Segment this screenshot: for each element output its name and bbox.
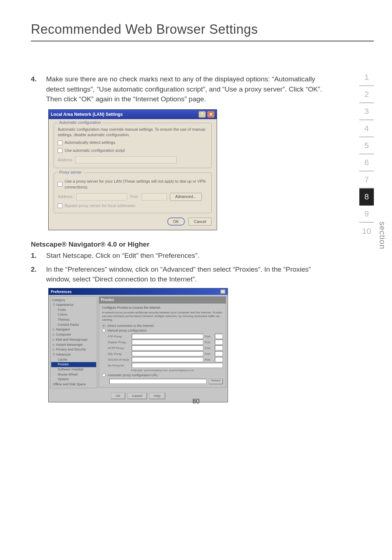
proxy-input[interactable]: [132, 363, 223, 368]
tree-item[interactable]: Offline and Disk Space: [51, 382, 96, 387]
ok-button[interactable]: OK: [167, 218, 185, 226]
use-proxy-checkbox[interactable]: [58, 182, 62, 187]
step-text: Start Netscape. Click on “Edit” then “Pr…: [46, 251, 323, 261]
direct-radio-label: Direct connection to the Internet: [107, 324, 154, 328]
prefs-title: Preferences: [51, 290, 72, 294]
port-input[interactable]: [215, 340, 223, 345]
port-label: Port:: [205, 341, 213, 344]
tree-item[interactable]: Colors: [51, 312, 96, 317]
cancel-button[interactable]: Cancel: [188, 218, 212, 226]
tree-item[interactable]: ▷ Mail and Newsgroups: [51, 337, 96, 342]
port-input[interactable]: [215, 351, 223, 356]
step-ns-2: 2. In the “Preferences” window, click on…: [31, 264, 323, 284]
section-tab-4[interactable]: 4: [359, 120, 374, 137]
auto-detect-checkbox[interactable]: [58, 141, 62, 145]
section-tab-6[interactable]: 6: [359, 154, 374, 171]
section-tab-7[interactable]: 7: [359, 171, 374, 188]
proxy-label: SOCKS v5 Host:: [108, 358, 130, 361]
reload-button[interactable]: Reload: [209, 378, 223, 384]
autoconfig-desc: Automatic configuration may override man…: [58, 127, 208, 138]
proxy-label: HTTP Proxy:: [108, 346, 130, 350]
direct-radio[interactable]: [102, 324, 106, 328]
proxy-input[interactable]: [132, 351, 203, 356]
category-label: Category: [51, 297, 96, 303]
proxy-port-label: Port:: [130, 194, 138, 199]
proxy-label: No Proxy for:: [108, 364, 130, 367]
proxy-address-label: Address:: [58, 194, 73, 199]
port-input[interactable]: [215, 334, 223, 339]
page-number: 80: [0, 398, 392, 405]
tree-item[interactable]: ▷ Navigator: [51, 327, 96, 332]
section-tab-5[interactable]: 5: [359, 137, 374, 154]
step-text: In the “Preferences” window, click on “A…: [46, 264, 323, 284]
step-4: 4. Make sure there are no check marks ne…: [31, 74, 323, 104]
section-tab-8[interactable]: 8: [359, 188, 374, 206]
dialog-title: Local Area Network (LAN) Settings: [51, 112, 123, 117]
tree-item[interactable]: ▷ Instant Messenger: [51, 342, 96, 348]
bypass-checkbox[interactable]: [58, 203, 62, 208]
section-label: section: [377, 222, 387, 249]
section-tab-2[interactable]: 2: [359, 86, 374, 103]
proxy-input[interactable]: [132, 357, 203, 362]
section-tab-3[interactable]: 3: [359, 103, 374, 120]
tree-item[interactable]: Mouse Wheel: [51, 372, 96, 377]
section-tab-9[interactable]: 9: [359, 206, 374, 223]
close-icon[interactable]: ✕: [207, 111, 215, 118]
step-number: 1.: [31, 251, 46, 261]
category-tree: Category ▽ Appearance Fonts Colors Theme…: [50, 296, 97, 388]
proxy-label: Gopher Proxy:: [108, 341, 130, 344]
port-label: Port:: [205, 352, 213, 356]
advanced-button[interactable]: Advanced...: [170, 193, 202, 201]
proxy-address-input[interactable]: [76, 193, 127, 200]
step-number: 4.: [31, 74, 46, 104]
manual-radio-label: Manual proxy configuration: [107, 329, 147, 332]
close-icon[interactable]: ✕: [220, 289, 225, 294]
tree-item[interactable]: Software Installati: [51, 367, 96, 372]
port-input[interactable]: [215, 345, 223, 350]
proxy-label: SSL Proxy:: [108, 352, 130, 356]
manual-radio[interactable]: [102, 329, 106, 332]
proxy-input[interactable]: [132, 340, 203, 345]
auto-url-input[interactable]: [109, 379, 207, 384]
tree-item[interactable]: Cache: [51, 357, 96, 362]
tree-item[interactable]: System: [51, 377, 96, 382]
auto-script-label: Use automatic configuration script: [65, 148, 125, 153]
address-input[interactable]: [75, 156, 177, 163]
step-text: Make sure there are no check marks next …: [46, 74, 323, 104]
netscape-heading: Netscape® Navigator® 4.0 or Higher: [31, 240, 323, 248]
proxy-input[interactable]: [132, 334, 203, 339]
port-input[interactable]: [215, 357, 223, 362]
step-number: 2.: [31, 264, 46, 284]
tree-item[interactable]: Themes: [51, 317, 96, 322]
use-proxy-label: Use a proxy server for your LAN (These s…: [65, 179, 208, 190]
autoconfig-legend: Automatic configuration: [58, 120, 102, 125]
tree-item[interactable]: Fonts: [51, 308, 96, 313]
port-label: Port:: [205, 335, 213, 338]
auto-detect-label: Automatically detect settings: [65, 140, 115, 145]
preferences-dialog: Preferences ✕ Category ▽ Appearance Font…: [48, 288, 228, 402]
section-tab-1[interactable]: 1: [359, 69, 374, 86]
port-label: Port:: [205, 358, 213, 361]
tree-item-proxies[interactable]: Proxies: [51, 362, 96, 367]
address-label: Address: [58, 157, 72, 163]
help-icon[interactable]: ?: [199, 111, 206, 118]
section-tab-10[interactable]: 10: [359, 223, 374, 240]
dialog-titlebar: Local Area Network (LAN) Settings ? ✕: [49, 110, 217, 119]
tree-item[interactable]: ▷ Privacy and Security: [51, 347, 96, 352]
page-title: Recommended Web Browser Settings: [31, 22, 374, 41]
proxy-input[interactable]: [132, 345, 203, 350]
proxy-group: Proxy server Use a proxy server for your…: [54, 173, 212, 213]
auto-script-checkbox[interactable]: [58, 148, 62, 153]
tree-item[interactable]: ▽ Appearance: [51, 303, 96, 308]
proxy-legend: Proxy server: [58, 170, 83, 174]
bypass-label: Bypass proxy server for local addresses: [65, 203, 135, 208]
prefs-titlebar: Preferences ✕: [49, 288, 228, 295]
auto-radio[interactable]: [102, 373, 106, 377]
port-label: Port:: [205, 346, 213, 350]
proxy-port-input[interactable]: [142, 193, 167, 200]
tree-item[interactable]: Content Packs: [51, 322, 96, 328]
autoconfig-group: Automatic configuration Automatic config…: [54, 123, 212, 169]
tree-item[interactable]: ▽ Advanced: [51, 352, 96, 357]
proxy-fields: FTP Proxy:Port: Gopher Proxy:Port: HTTP …: [108, 334, 223, 368]
tree-item[interactable]: ▷ Composer: [51, 332, 96, 337]
